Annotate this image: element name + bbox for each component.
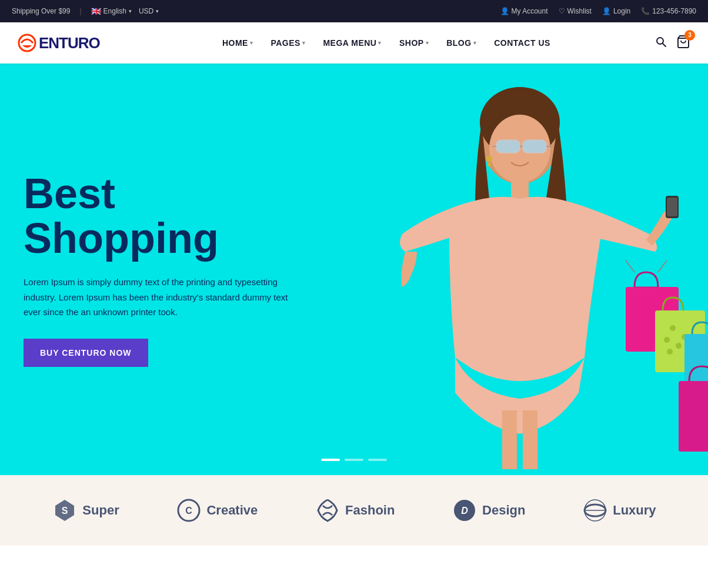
currency-selector[interactable]: USD ▾ xyxy=(139,7,159,15)
svg-text:C: C xyxy=(186,506,193,516)
flag-icon: 🇬🇧 xyxy=(91,6,101,16)
main-nav: HOME ▾ PAGES ▾ MEGA MENU ▾ SHOP ▾ BLOG ▾… xyxy=(123,34,649,52)
svg-text:S: S xyxy=(62,506,68,516)
mega-caret: ▾ xyxy=(378,40,382,46)
phone-number: 📞 123-456-7890 xyxy=(641,7,696,15)
user-icon: 👤 xyxy=(602,7,611,15)
svg-rect-29 xyxy=(679,381,708,452)
brand-luxury-label: Luxury xyxy=(613,503,656,518)
heart-icon: ♡ xyxy=(559,7,565,15)
search-icon xyxy=(655,36,667,48)
nav-contact-label: CONTACT US xyxy=(494,38,550,48)
svg-rect-18 xyxy=(523,410,537,469)
svg-rect-16 xyxy=(667,198,677,216)
brand-creative[interactable]: C Creative xyxy=(176,497,258,523)
wishlist-link[interactable]: ♡ Wishlist xyxy=(559,7,592,15)
my-account-label: My Account xyxy=(512,7,548,15)
brand-super[interactable]: S Super xyxy=(52,497,119,523)
nav-blog-label: BLOG xyxy=(446,38,471,48)
slide-dot-3[interactable] xyxy=(368,459,387,461)
nav-blog[interactable]: BLOG ▾ xyxy=(439,34,483,52)
svg-point-26 xyxy=(667,349,673,355)
hero-title: Best Shopping xyxy=(24,172,306,260)
top-bar-right: 👤 My Account ♡ Wishlist 👤 Login 📞 123-45… xyxy=(500,7,696,15)
brand-fashoin-label: Fashoin xyxy=(345,503,395,518)
hero-section: Best Shopping Lorem Ipsum is simply dumm… xyxy=(0,64,708,475)
design-icon: D xyxy=(452,497,477,523)
phone-icon: 📞 xyxy=(641,7,650,15)
luxury-icon xyxy=(582,497,608,523)
top-bar-left: Shipping Over $99 | 🇬🇧 English ▾ USD ▾ xyxy=(12,6,159,16)
nav-mega-menu[interactable]: MEGA MENU ▾ xyxy=(316,34,389,52)
header: ENTURO HOME ▾ PAGES ▾ MEGA MENU ▾ SHOP ▾… xyxy=(0,22,708,64)
creative-icon: C xyxy=(176,497,202,523)
my-account-link[interactable]: 👤 My Account xyxy=(500,7,548,15)
language-selector[interactable]: 🇬🇧 English ▾ xyxy=(91,6,132,16)
svg-line-30 xyxy=(626,260,634,272)
search-button[interactable] xyxy=(655,36,667,51)
home-caret: ▾ xyxy=(250,40,253,46)
nav-shop-label: SHOP xyxy=(399,38,424,48)
language-label: English xyxy=(103,7,126,15)
brand-design[interactable]: D Design xyxy=(452,497,525,523)
svg-point-25 xyxy=(676,343,682,349)
fashoin-icon xyxy=(315,497,340,523)
brand-super-label: Super xyxy=(82,503,119,518)
slide-dot-2[interactable] xyxy=(345,459,363,461)
phone-text: 123-456-7890 xyxy=(652,7,696,15)
svg-line-31 xyxy=(658,260,667,272)
hero-cta-button[interactable]: BUY CENTURO NOW xyxy=(24,339,148,367)
shop-caret: ▾ xyxy=(426,40,429,46)
super-icon: S xyxy=(52,497,78,523)
divider: | xyxy=(79,7,81,15)
logo-icon xyxy=(18,34,36,52)
brands-bar: S Super C Creative Fashoin D Design xyxy=(0,475,708,546)
hero-description: Lorem Ipsum is simply dummy text of the … xyxy=(24,275,306,320)
svg-rect-7 xyxy=(496,140,520,153)
hero-illustration xyxy=(308,64,708,475)
nav-mega-menu-label: MEGA MENU xyxy=(323,38,376,48)
brand-design-label: Design xyxy=(482,503,525,518)
nav-pages[interactable]: PAGES ▾ xyxy=(263,34,312,52)
nav-pages-label: PAGES xyxy=(270,38,300,48)
svg-point-22 xyxy=(670,325,676,331)
nav-contact[interactable]: CONTACT US xyxy=(487,34,557,52)
svg-line-2 xyxy=(663,44,666,46)
nav-actions: 3 xyxy=(655,35,690,52)
wishlist-label: Wishlist xyxy=(567,7,592,15)
top-bar: Shipping Over $99 | 🇬🇧 English ▾ USD ▾ 👤… xyxy=(0,0,708,22)
hero-content: Best Shopping Lorem Ipsum is simply dumm… xyxy=(0,136,329,402)
pages-caret: ▾ xyxy=(302,40,306,46)
svg-point-13 xyxy=(487,163,491,166)
brand-creative-label: Creative xyxy=(206,503,258,518)
nav-home-label: HOME xyxy=(222,38,248,48)
brand-luxury[interactable]: Luxury xyxy=(582,497,656,523)
hero-image xyxy=(308,64,708,475)
currency-label: USD xyxy=(139,7,153,15)
logo[interactable]: ENTURO xyxy=(18,34,100,52)
login-link[interactable]: 👤 Login xyxy=(602,7,630,15)
brand-fashoin[interactable]: Fashoin xyxy=(315,497,395,523)
logo-text: ENTURO xyxy=(39,34,100,52)
shipping-notice: Shipping Over $99 xyxy=(12,7,70,15)
cart-button[interactable]: 3 xyxy=(676,35,690,52)
slider-dots xyxy=(321,459,387,461)
account-icon: 👤 xyxy=(500,7,509,15)
blog-caret: ▾ xyxy=(473,40,477,46)
slide-dot-1[interactable] xyxy=(321,459,340,461)
shipping-text: Shipping Over $99 xyxy=(12,7,70,15)
cart-count: 3 xyxy=(684,30,695,41)
login-label: Login xyxy=(613,7,630,15)
svg-rect-8 xyxy=(523,140,546,153)
svg-point-24 xyxy=(664,337,670,343)
nav-home[interactable]: HOME ▾ xyxy=(215,34,261,52)
language-dropdown-arrow: ▾ xyxy=(129,8,132,14)
nav-shop[interactable]: SHOP ▾ xyxy=(392,34,436,52)
svg-text:D: D xyxy=(461,506,468,516)
svg-point-12 xyxy=(486,156,492,162)
svg-rect-17 xyxy=(502,410,517,469)
currency-dropdown-arrow: ▾ xyxy=(156,8,159,14)
